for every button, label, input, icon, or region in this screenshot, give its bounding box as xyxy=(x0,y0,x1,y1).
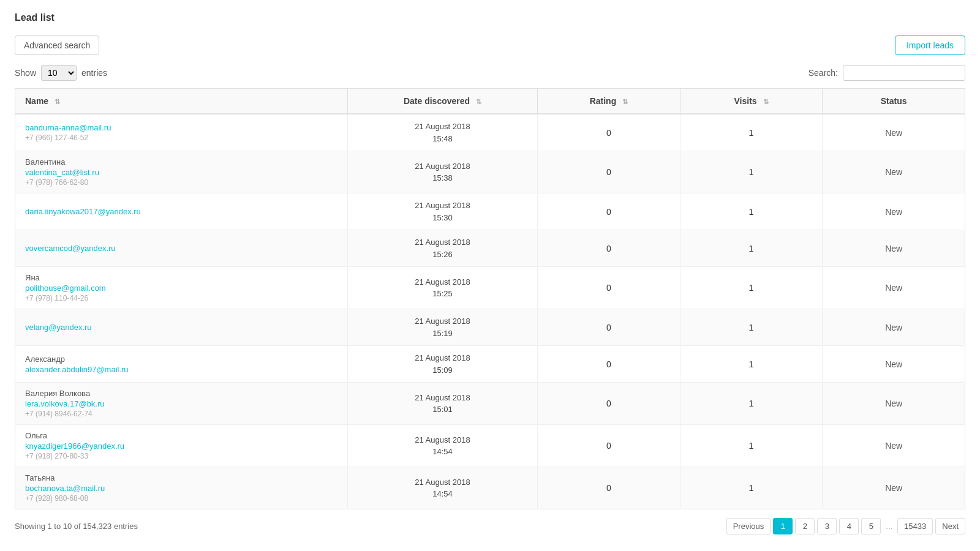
cell-date: 21 August 201815:25 xyxy=(347,267,537,309)
date-value: 21 August 201814:54 xyxy=(415,435,470,457)
lead-email[interactable]: vovercamcod@yandex.ru xyxy=(25,244,337,253)
entries-select[interactable]: 102550100 xyxy=(41,65,77,81)
cell-rating: 0 xyxy=(538,151,680,193)
import-leads-button[interactable]: Import leads xyxy=(895,36,965,55)
date-value: 21 August 201815:48 xyxy=(415,122,470,143)
cell-visits: 1 xyxy=(680,267,823,309)
table-row[interactable]: Александрalexander.abdulin97@mail.ru21 A… xyxy=(15,346,965,383)
show-entries: Show 102550100 entries xyxy=(15,65,107,81)
cell-date: 21 August 201815:38 xyxy=(347,151,537,193)
table-row[interactable]: Татьянаbochanova.ta@mail.ru+7 (928) 980-… xyxy=(15,467,965,509)
pagination-page-3[interactable]: 3 xyxy=(817,518,837,534)
cell-visits: 1 xyxy=(680,346,823,383)
entries-label: entries xyxy=(81,68,107,78)
table-row[interactable]: velang@yandex.ru21 August 201815:1901New xyxy=(15,309,965,346)
cell-name: Валерия Волковаlera.volkova.17@bk.ru+7 (… xyxy=(15,383,348,425)
toolbar: Advanced search Import leads xyxy=(15,36,965,55)
lead-phone: +7 (978) 766-62-80 xyxy=(25,178,337,187)
cell-status: New xyxy=(823,230,965,267)
lead-email[interactable]: alexander.abdulin97@mail.ru xyxy=(25,365,337,374)
date-value: 21 August 201815:25 xyxy=(415,277,470,299)
cell-rating: 0 xyxy=(538,467,680,509)
cell-name: Ольгаknyazdiger1966@yandex.ru+7 (918) 27… xyxy=(15,425,348,467)
col-rating[interactable]: Rating ⇅ xyxy=(538,89,680,114)
sort-rating-icon: ⇅ xyxy=(622,98,628,106)
lead-phone: +7 (918) 270-80-33 xyxy=(25,452,337,460)
cell-name: velang@yandex.ru xyxy=(15,309,348,346)
pagination-page-1[interactable]: 1 xyxy=(773,518,793,534)
col-name[interactable]: Name ⇅ xyxy=(15,89,348,114)
cell-name: Александрalexander.abdulin97@mail.ru xyxy=(15,346,348,383)
pagination-page-2[interactable]: 2 xyxy=(795,518,815,534)
lead-email[interactable]: bandurna-anna@mail.ru xyxy=(25,123,337,132)
lead-email[interactable]: knyazdiger1966@yandex.ru xyxy=(25,441,337,451)
cell-visits: 1 xyxy=(680,309,823,346)
lead-name: Александр xyxy=(25,354,337,364)
table-row[interactable]: Янаpolithouse@gmail.com+7 (978) 110-44-2… xyxy=(15,267,965,309)
lead-email[interactable]: velang@yandex.ru xyxy=(25,323,337,332)
date-value: 21 August 201815:09 xyxy=(415,353,470,375)
cell-visits: 1 xyxy=(680,230,823,267)
cell-status: New xyxy=(823,467,965,509)
table-row[interactable]: daria.iinyakowa2017@yandex.ru21 August 2… xyxy=(15,193,965,230)
cell-rating: 0 xyxy=(538,193,680,230)
date-value: 21 August 201815:26 xyxy=(415,238,470,259)
table-row[interactable]: Валентинаvalentina_cat@list.ru+7 (978) 7… xyxy=(15,151,965,193)
cell-name: vovercamcod@yandex.ru xyxy=(15,230,348,267)
search-input[interactable] xyxy=(843,65,965,81)
cell-status: New xyxy=(823,151,965,193)
cell-date: 21 August 201815:19 xyxy=(347,309,537,346)
cell-date: 21 August 201815:48 xyxy=(347,114,537,151)
sort-name-icon: ⇅ xyxy=(55,98,60,106)
pagination-page-5[interactable]: 5 xyxy=(861,518,881,534)
cell-visits: 1 xyxy=(680,425,823,467)
cell-rating: 0 xyxy=(538,425,680,467)
lead-email[interactable]: daria.iinyakowa2017@yandex.ru xyxy=(25,207,337,216)
cell-rating: 0 xyxy=(538,267,680,309)
cell-status: New xyxy=(823,114,965,151)
leads-table: Name ⇅ Date discovered ⇅ Rating ⇅ Visits… xyxy=(15,88,965,509)
col-visits[interactable]: Visits ⇅ xyxy=(680,89,823,114)
lead-email[interactable]: polithouse@gmail.com xyxy=(25,283,337,293)
lead-email[interactable]: bochanova.ta@mail.ru xyxy=(25,484,337,493)
cell-visits: 1 xyxy=(680,467,823,509)
cell-name: bandurna-anna@mail.ru+7 (966) 127-46-52 xyxy=(15,114,348,151)
col-status: Status xyxy=(823,89,965,114)
lead-name: Валерия Волкова xyxy=(25,389,337,398)
lead-email[interactable]: valentina_cat@list.ru xyxy=(25,168,337,177)
advanced-search-button[interactable]: Advanced search xyxy=(15,36,99,55)
col-date[interactable]: Date discovered ⇅ xyxy=(347,89,537,114)
date-value: 21 August 201815:01 xyxy=(415,393,470,414)
pagination-last-page[interactable]: 15433 xyxy=(897,518,933,534)
table-row[interactable]: Ольгаknyazdiger1966@yandex.ru+7 (918) 27… xyxy=(15,425,965,467)
date-value: 21 August 201815:19 xyxy=(415,317,470,338)
date-value: 21 August 201815:30 xyxy=(415,201,470,222)
cell-status: New xyxy=(823,346,965,383)
pagination-page-4[interactable]: 4 xyxy=(839,518,859,534)
cell-rating: 0 xyxy=(538,114,680,151)
search-label: Search: xyxy=(809,68,838,78)
cell-status: New xyxy=(823,193,965,230)
sort-date-icon: ⇅ xyxy=(476,98,481,106)
table-row[interactable]: Валерия Волковаlera.volkova.17@bk.ru+7 (… xyxy=(15,383,965,425)
pagination-previous[interactable]: Previous xyxy=(726,518,771,534)
date-value: 21 August 201814:54 xyxy=(415,478,470,499)
showing-text: Showing 1 to 10 of 154,323 entries xyxy=(15,522,138,531)
table-row[interactable]: bandurna-anna@mail.ru+7 (966) 127-46-522… xyxy=(15,114,965,151)
cell-visits: 1 xyxy=(680,383,823,425)
cell-rating: 0 xyxy=(538,346,680,383)
cell-status: New xyxy=(823,267,965,309)
lead-name: Валентина xyxy=(25,157,337,167)
search-area: Search: xyxy=(809,65,965,81)
lead-email[interactable]: lera.volkova.17@bk.ru xyxy=(25,399,337,408)
pagination-next[interactable]: Next xyxy=(935,518,965,534)
cell-status: New xyxy=(823,309,965,346)
cell-visits: 1 xyxy=(680,151,823,193)
table-row[interactable]: vovercamcod@yandex.ru21 August 201815:26… xyxy=(15,230,965,267)
cell-status: New xyxy=(823,425,965,467)
cell-date: 21 August 201814:54 xyxy=(347,467,537,509)
cell-date: 21 August 201815:09 xyxy=(347,346,537,383)
controls-row: Show 102550100 entries Search: xyxy=(15,65,965,81)
lead-phone: +7 (978) 110-44-26 xyxy=(25,294,337,302)
cell-name: Янаpolithouse@gmail.com+7 (978) 110-44-2… xyxy=(15,267,348,309)
